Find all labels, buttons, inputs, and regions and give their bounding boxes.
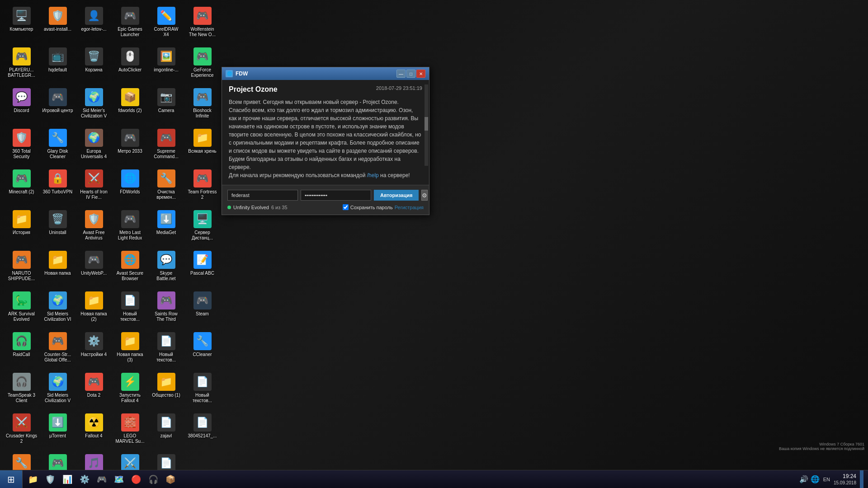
- desktop-icon-steam[interactable]: 🎮Steam: [185, 289, 219, 328]
- desktop-icon-bioshock[interactable]: 🎮Bioshock Infinite: [185, 86, 219, 124]
- taskbar-explorer[interactable]: 📁: [25, 472, 41, 487]
- egor-letov-label: egor-letov-...: [81, 27, 106, 32]
- dialog-scrollbar[interactable]: [425, 84, 428, 166]
- desktop-icon-unitywebplayer[interactable]: 🎮UnityWebP...: [77, 249, 111, 287]
- desktop-icon-sid5[interactable]: 🌍Sid Meiers Civilization V: [41, 371, 75, 409]
- taskbar-app3[interactable]: ⚙️: [76, 472, 93, 487]
- desktop-icon-avast-secure[interactable]: 🌐Avast Secure Browser: [113, 249, 147, 287]
- desktop-icon-novaya-papka2[interactable]: 📁Новая папка (2): [77, 289, 111, 328]
- desktop-icon-fallout4[interactable]: ☢️Fallout 4: [77, 411, 111, 450]
- close-button[interactable]: ✕: [416, 70, 425, 78]
- desktop-icon-fallout4-launch[interactable]: ⚡Запустить Fallout 4: [113, 371, 147, 409]
- desktop-icon-360security[interactable]: 🛡️360 Total Security: [5, 127, 38, 165]
- desktop-icon-metro-last[interactable]: 🎮Metro Last Light Redux: [113, 208, 147, 246]
- system-clock[interactable]: 19:24 15.09.2018: [834, 473, 856, 485]
- desktop-icon-novaya3[interactable]: 📁Новая папка (3): [113, 330, 147, 368]
- desktop-icon-hqdefault[interactable]: 📺hqdefault: [41, 45, 75, 84]
- desktop-icon-counter-strike[interactable]: 🎮Counter-Str... Global Offe...: [41, 330, 75, 368]
- desktop-icon-ochistka[interactable]: 🔧Очистка времен...: [149, 167, 183, 206]
- desktop-icon-ccleaner[interactable]: 🔧CCleaner: [185, 330, 219, 368]
- show-desktop-button[interactable]: [860, 470, 863, 488]
- korzina-icon: 🗑️: [85, 47, 103, 66]
- taskbar-antivirus[interactable]: 🛡️: [42, 472, 58, 487]
- desktop-icon-380452147[interactable]: 📄380452147_...: [185, 411, 219, 450]
- desktop-icon-heartsIron[interactable]: ⚔️Hearts of Iron IV Fie...: [77, 167, 111, 206]
- desktop-icon-fdworlds[interactable]: 🌐FDWorlds: [113, 167, 147, 206]
- desktop-icon-fdworlds2[interactable]: 📦fdworlds (2): [113, 86, 147, 124]
- desktop-icon-ark[interactable]: 🦕ARK Survival Evolved: [5, 289, 38, 328]
- desktop-icon-noviy-text[interactable]: 📄Новый текстов...: [113, 289, 147, 328]
- desktop-icon-sid6[interactable]: 🌍Sid Meiers Civilization VI: [41, 289, 75, 328]
- desktop-icon-epic-games[interactable]: 🎮Epic Games Launcher: [113, 5, 147, 43]
- desktop-icon-utorrent[interactable]: ⬇️µTorrent: [41, 411, 75, 450]
- scrollbar-thumb[interactable]: [425, 117, 428, 131]
- restore-button[interactable]: □: [406, 70, 415, 78]
- desktop-icon-computer[interactable]: 🖥️Компьютер: [5, 5, 38, 43]
- taskbar-stats[interactable]: 📊: [59, 472, 75, 487]
- taskbar-map[interactable]: 🗺️: [111, 472, 127, 487]
- desktop-icon-imgonline[interactable]: 🖼️imgonline-...: [149, 45, 183, 84]
- desktop-icon-vsyakren[interactable]: 📁Всякая хрень: [185, 127, 219, 165]
- desktop-icon-skype[interactable]: 💬Skype Battle.net: [149, 249, 183, 287]
- save-password-checkbox[interactable]: [343, 204, 349, 210]
- desktop-icon-raidcall[interactable]: 🎧RaidCall: [5, 330, 38, 368]
- language-indicator[interactable]: EN: [823, 477, 830, 482]
- desktop-icon-noviy-text2[interactable]: 📄Новый текстов...: [149, 330, 183, 368]
- desktop-icon-teamfortress[interactable]: 🎮Team Fortress 2: [185, 167, 219, 206]
- desktop-icon-europa[interactable]: 🌍Europa Universalis 4: [77, 127, 111, 165]
- desktop-icon-360turbovpn[interactable]: 🔒360 TurboVPN: [41, 167, 75, 206]
- desktop-icon-pascal[interactable]: 📝Pascal ABC: [185, 249, 219, 287]
- start-button[interactable]: ⊞: [0, 470, 23, 488]
- desktop-icon-glary[interactable]: 🔧Glary Disk Cleaner: [41, 127, 75, 165]
- coreldraw-label: CorelDRAW X4: [151, 27, 182, 38]
- desktop-icon-crusader[interactable]: ⚔️Crusader Kings 2: [5, 411, 38, 450]
- settings-button[interactable]: ⚙: [421, 190, 428, 201]
- desktop-icon-camera[interactable]: 📷Camera: [149, 86, 183, 124]
- register-link[interactable]: Регистрация: [395, 205, 424, 210]
- taskbar-game[interactable]: 🎮: [94, 472, 110, 487]
- minimize-button[interactable]: —: [396, 70, 406, 78]
- fallout4-icon: ☢️: [85, 413, 103, 432]
- desktop-icon-korzina[interactable]: 🗑️Корзина: [77, 45, 111, 84]
- desktop-icon-playerunknown[interactable]: 🎮PLAYERU... BATTLEGR...: [5, 45, 38, 84]
- password-input[interactable]: [301, 190, 371, 201]
- desktop-icon-geforce[interactable]: 🎮GeForce Experience: [185, 45, 219, 84]
- taskbar-apps: 📁 🛡️ 📊 ⚙️ 🎮 🗺️ 🔴 🎧 📦: [23, 472, 795, 487]
- username-input[interactable]: [227, 190, 298, 201]
- desktop-icon-saints-row[interactable]: 🎮Saints Row The Third: [149, 289, 183, 328]
- desktop-icon-nastroyki[interactable]: ⚙️Настройки 4: [77, 330, 111, 368]
- desktop-icon-mediaget[interactable]: ⬇️MediaGet: [149, 208, 183, 246]
- zajavl-icon: 📄: [157, 413, 175, 432]
- desktop-icon-wolfenstein[interactable]: 🎮Wolfenstein The New O...: [185, 5, 219, 43]
- desktop-icon-igrovoy[interactable]: 🎮Игровой центр: [41, 86, 75, 124]
- desktop-icon-avast-free[interactable]: 🛡️Avast Free Antivirus: [77, 208, 111, 246]
- desktop-icon-minecraft2[interactable]: 🎮Minecraft (2): [5, 167, 38, 206]
- desktop-icon-obshchestvo[interactable]: 📁Общество (1): [149, 371, 183, 409]
- desktop-icon-egor-letov[interactable]: 👤egor-letov-...: [77, 5, 111, 43]
- desktop-icon-novaya-papka[interactable]: 📁Новая папка: [41, 249, 75, 287]
- desktop-icon-istoriya[interactable]: 📁История: [5, 208, 38, 246]
- taskbar-opera[interactable]: 🔴: [128, 472, 144, 487]
- 360turbovpn-icon: 🔒: [49, 169, 67, 188]
- desktop-icon-metro2033[interactable]: 🎮Метро 2033: [113, 127, 147, 165]
- desktop-icon-civilization5[interactable]: 🌍Sid Meier's Civilization V: [77, 86, 111, 124]
- desktop-icon-supreme[interactable]: 🎮Supreme Command...: [149, 127, 183, 165]
- sid6-label: Sid Meiers Civilization VI: [42, 311, 73, 322]
- desktop-icon-discord[interactable]: 💬Discord: [5, 86, 38, 124]
- desktop-icon-noviy-text3[interactable]: 📄Новый текстов...: [185, 371, 219, 409]
- desktop-icon-teamspeak[interactable]: 🎧TeamSpeak 3 Client: [5, 371, 38, 409]
- desktop-icon-server-dist[interactable]: 🖥️Сервер Дистанц...: [185, 208, 219, 246]
- desktop-icon-dota2[interactable]: 🎮Dota 2: [77, 371, 111, 409]
- taskbar-headset[interactable]: 🎧: [145, 472, 161, 487]
- desktop-icon-naruto[interactable]: 🎮NARUTO SHIPPUDE...: [5, 249, 38, 287]
- desktop-icon-zajavl[interactable]: 📄zajavl: [149, 411, 183, 450]
- desktop-icon-coreldraw[interactable]: ✏️CorelDRAW X4: [149, 5, 183, 43]
- taskbar-box[interactable]: 📦: [162, 472, 179, 487]
- novaya-papka-icon: 📁: [49, 251, 67, 269]
- desktop-icon-avast-install[interactable]: 🛡️avast-install...: [41, 5, 75, 43]
- desktop-icon-lego-marvel[interactable]: 🧱LEGO MARVEL Su...: [113, 411, 147, 450]
- desktop-icon-autoclicker[interactable]: 🖱️AutoClicker: [113, 45, 147, 84]
- fdw-title-text: FDW: [236, 70, 248, 77]
- desktop-icon-uninstall[interactable]: 🗑️Uninstall: [41, 208, 75, 246]
- auth-button[interactable]: Авторизация: [374, 190, 419, 201]
